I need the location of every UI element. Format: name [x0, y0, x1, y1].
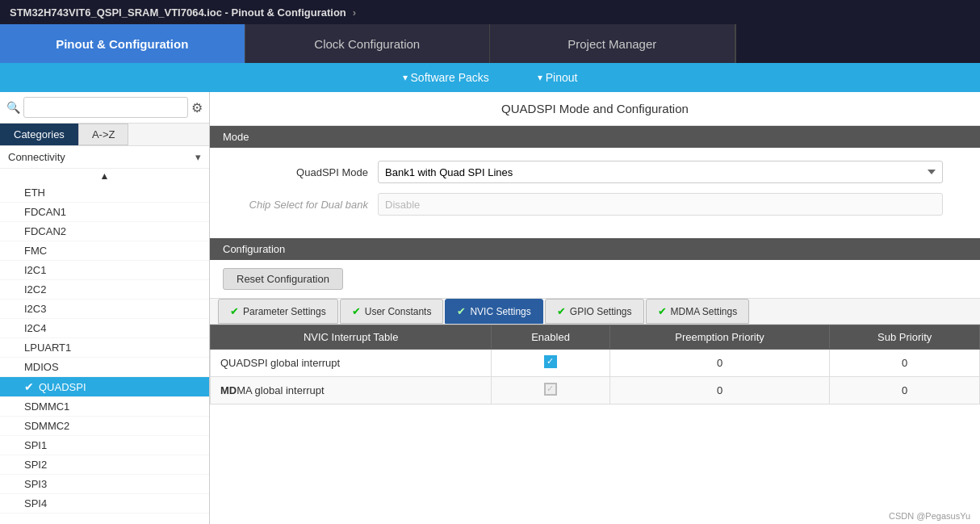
nav-pinout[interactable]: ▾ Pinout: [538, 71, 578, 84]
checkbox-mdma: [544, 383, 557, 396]
sidebar-item-sdmmc2[interactable]: SDMMC2: [0, 417, 209, 436]
preemption-mdma: 0: [609, 377, 830, 405]
tab-gpio-settings[interactable]: ✔ GPIO Settings: [545, 299, 644, 324]
sidebar-item-spi4[interactable]: SPI4: [0, 494, 209, 514]
tab-project-manager[interactable]: Project Manager: [490, 24, 735, 63]
content-area: QUADSPI Mode and Configuration Mode Quad…: [210, 92, 980, 524]
title-chevron: ›: [353, 6, 356, 19]
sidebar-item-fdcan1[interactable]: FDCAN1: [0, 203, 209, 222]
sidebar-item-fdcan2[interactable]: FDCAN2: [0, 222, 209, 241]
chip-select-label: Chip Select for Dual bank: [223, 199, 368, 211]
search-bar: 🔍 ⚙: [0, 92, 209, 124]
col-enabled: Enabled: [492, 325, 609, 350]
nvic-table-area: NVIC Interrupt Table Enabled Preemption …: [210, 325, 980, 508]
chevron-down-icon: ▾: [195, 151, 201, 163]
sidebar-item-quadspi[interactable]: ✔ QUADSPI: [0, 377, 209, 397]
title-bar: STM32H743VIT6_QSPI_SRAM_VTI7064.ioc - Pi…: [0, 0, 980, 24]
col-preemption: Preemption Priority: [609, 325, 830, 350]
sidebar: 🔍 ⚙ Categories A->Z Connectivity ▾ ▲ ET: [0, 92, 210, 524]
config-area: Configuration Reset Configuration ✔ Para…: [210, 238, 980, 524]
tab-clock-config[interactable]: Clock Configuration: [245, 24, 491, 63]
sidebar-item-spi1[interactable]: SPI1: [0, 436, 209, 455]
scroll-up-indicator: ▲: [0, 169, 209, 183]
table-row: QUADSPI global interrupt 0 0: [211, 350, 980, 377]
col-sub-priority: Sub Priority: [830, 325, 980, 350]
sidebar-item-spi3[interactable]: SPI3: [0, 475, 209, 494]
enabled-cell-mdma: [492, 377, 609, 405]
reset-btn-row: Reset Configuration: [210, 260, 980, 298]
tab-extra: [735, 24, 981, 63]
search-input[interactable]: [23, 97, 188, 118]
reset-config-button[interactable]: Reset Configuration: [223, 268, 343, 290]
quadspi-mode-select[interactable]: Bank1 with Quad SPI Lines: [378, 161, 943, 183]
sidebar-item-i2c3[interactable]: I2C3: [0, 300, 209, 319]
title-text: STM32H743VIT6_QSPI_SRAM_VTI7064.ioc - Pi…: [10, 6, 346, 19]
preemption-quadspi: 0: [609, 350, 830, 377]
tab-nvic-settings[interactable]: ✔ NVIC Settings: [445, 299, 542, 324]
interrupt-name-quadspi: QUADSPI global interrupt: [211, 350, 492, 377]
mode-section-header: Mode: [210, 126, 980, 148]
sidebar-item-i2c4[interactable]: I2C4: [0, 319, 209, 338]
category-tabs: Categories A->Z: [0, 124, 209, 146]
tab-az[interactable]: A->Z: [78, 124, 129, 145]
quadspi-mode-row: QuadSPI Mode Bank1 with Quad SPI Lines: [223, 161, 967, 183]
sidebar-item-i2c2[interactable]: I2C2: [0, 280, 209, 300]
gear-icon[interactable]: ⚙: [191, 100, 203, 115]
nav-software-packs[interactable]: ▾ Software Packs: [403, 71, 489, 84]
arrow-icon: ▾: [403, 72, 408, 83]
sidebar-item-mdios[interactable]: MDIOS: [0, 358, 209, 377]
tab-categories[interactable]: Categories: [0, 124, 78, 145]
tab-mdma-settings[interactable]: ✔ MDMA Settings: [646, 299, 750, 324]
tab-pinout-config[interactable]: Pinout & Configuration: [0, 24, 245, 63]
sidebar-item-i2c1[interactable]: I2C1: [0, 261, 209, 280]
enabled-cell-quadspi[interactable]: [492, 350, 609, 377]
interrupt-name-mdma: MDMA global interrupt: [211, 377, 492, 405]
sub-priority-mdma: 0: [830, 377, 980, 405]
tab-check-user-constants: ✔: [352, 305, 361, 317]
table-row: MDMA global interrupt 0 0: [211, 377, 980, 405]
content-header: QUADSPI Mode and Configuration: [210, 92, 980, 126]
chip-select-row: Chip Select for Dual bank Disable: [223, 193, 967, 216]
checkbox-quadspi[interactable]: [544, 355, 557, 368]
nvic-table: NVIC Interrupt Table Enabled Preemption …: [210, 325, 980, 405]
sidebar-item-sdmmc1[interactable]: SDMMC1: [0, 397, 209, 417]
secondary-nav: ▾ Software Packs ▾ Pinout: [0, 63, 980, 92]
tab-user-constants[interactable]: ✔ User Constants: [340, 299, 444, 324]
quadspi-mode-label: QuadSPI Mode: [223, 166, 368, 178]
sidebar-item-eth[interactable]: ETH: [0, 183, 209, 203]
config-tabs: ✔ Parameter Settings ✔ User Constants ✔ …: [210, 298, 980, 325]
sidebar-item-spi2[interactable]: SPI2: [0, 455, 209, 475]
tab-check-mdma: ✔: [658, 305, 667, 317]
tab-parameter-settings[interactable]: ✔ Parameter Settings: [218, 299, 338, 324]
mode-content: QuadSPI Mode Bank1 with Quad SPI Lines C…: [210, 148, 980, 238]
tab-check-nvic: ✔: [457, 305, 466, 317]
chip-select-select[interactable]: Disable: [378, 193, 943, 216]
sub-priority-quadspi: 0: [830, 350, 980, 377]
sidebar-item-fmc[interactable]: FMC: [0, 241, 209, 261]
tab-check-parameter: ✔: [230, 305, 239, 317]
connectivity-section[interactable]: Connectivity ▾: [0, 146, 209, 169]
watermark: CSDN @PegasusYu: [210, 508, 980, 524]
search-icon: 🔍: [6, 101, 20, 114]
tab-check-gpio: ✔: [557, 305, 566, 317]
sidebar-items-list: ▲ ETH FDCAN1 FDCAN2 FMC: [0, 169, 209, 514]
main-layout: 🔍 ⚙ Categories A->Z Connectivity ▾ ▲ ET: [0, 92, 980, 524]
sidebar-content: Connectivity ▾ ▲ ETH FDCAN1 FDCAN2: [0, 146, 209, 524]
top-nav: Pinout & Configuration Clock Configurati…: [0, 24, 980, 63]
sidebar-item-lpuart1[interactable]: LPUART1: [0, 338, 209, 358]
col-nvic-interrupt: NVIC Interrupt Table: [211, 325, 492, 350]
config-section-header: Configuration: [210, 238, 980, 260]
arrow-icon-2: ▾: [538, 72, 542, 83]
check-icon: ✔: [24, 380, 34, 393]
